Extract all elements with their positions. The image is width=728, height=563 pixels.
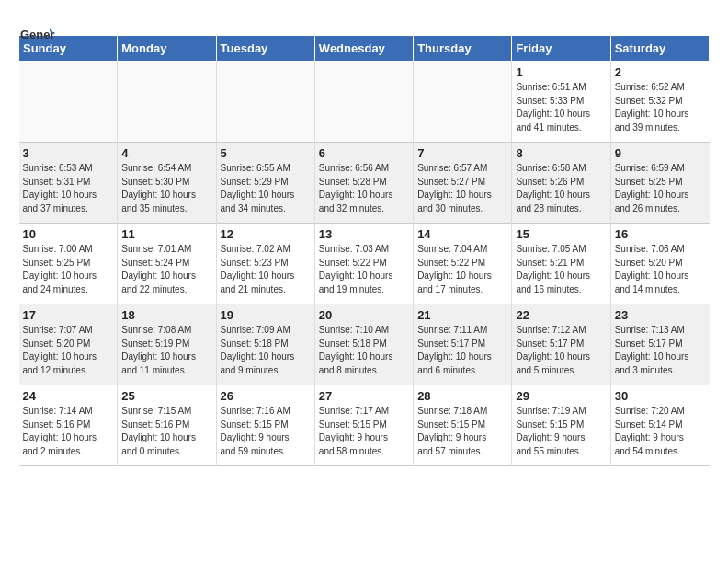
day-number: 8: [516, 146, 606, 160]
calendar-cell: 22Sunrise: 7:12 AM Sunset: 5:17 PM Dayli…: [512, 304, 610, 385]
calendar-cell: 25Sunrise: 7:15 AM Sunset: 5:16 PM Dayli…: [118, 385, 216, 466]
calendar-cell: [414, 62, 512, 143]
calendar-cell: 14Sunrise: 7:04 AM Sunset: 5:22 PM Dayli…: [414, 224, 512, 304]
day-info: Sunrise: 6:57 AM Sunset: 5:27 PM Dayligh…: [417, 162, 507, 215]
day-number: 7: [417, 146, 507, 160]
day-info: Sunrise: 7:18 AM Sunset: 5:15 PM Dayligh…: [417, 405, 507, 458]
day-number: 23: [615, 308, 706, 322]
calendar-cell: 8Sunrise: 6:58 AM Sunset: 5:26 PM Daylig…: [512, 143, 610, 224]
calendar-cell: 12Sunrise: 7:02 AM Sunset: 5:23 PM Dayli…: [216, 224, 314, 304]
day-info: Sunrise: 7:09 AM Sunset: 5:18 PM Dayligh…: [221, 324, 311, 377]
calendar-cell: 4Sunrise: 6:54 AM Sunset: 5:30 PM Daylig…: [118, 143, 216, 224]
calendar-cell: 11Sunrise: 7:01 AM Sunset: 5:24 PM Dayli…: [118, 224, 216, 304]
day-number: 22: [516, 308, 606, 322]
calendar-table: SundayMondayTuesdayWednesdayThursdayFrid…: [18, 35, 710, 466]
day-info: Sunrise: 6:52 AM Sunset: 5:32 PM Dayligh…: [615, 81, 706, 134]
day-number: 24: [23, 389, 114, 403]
day-info: Sunrise: 7:07 AM Sunset: 5:20 PM Dayligh…: [23, 324, 114, 377]
day-number: 11: [121, 227, 211, 241]
day-info: Sunrise: 7:03 AM Sunset: 5:22 PM Dayligh…: [319, 243, 409, 296]
col-header-thursday: Thursday: [414, 36, 512, 62]
calendar-cell: 24Sunrise: 7:14 AM Sunset: 5:16 PM Dayli…: [19, 385, 118, 466]
day-info: Sunrise: 6:55 AM Sunset: 5:29 PM Dayligh…: [221, 162, 311, 215]
day-number: 12: [221, 227, 311, 241]
day-number: 27: [319, 389, 409, 403]
calendar-cell: [216, 62, 314, 143]
calendar-cell: [118, 62, 216, 143]
day-info: Sunrise: 7:10 AM Sunset: 5:18 PM Dayligh…: [319, 324, 409, 377]
day-info: Sunrise: 7:04 AM Sunset: 5:22 PM Dayligh…: [417, 243, 507, 296]
day-info: Sunrise: 7:13 AM Sunset: 5:17 PM Dayligh…: [615, 324, 706, 377]
calendar-cell: 13Sunrise: 7:03 AM Sunset: 5:22 PM Dayli…: [314, 224, 413, 304]
day-number: 17: [23, 308, 114, 322]
day-number: 10: [23, 227, 114, 241]
day-number: 9: [615, 146, 706, 160]
day-info: Sunrise: 6:54 AM Sunset: 5:30 PM Dayligh…: [121, 162, 211, 215]
calendar-cell: 3Sunrise: 6:53 AM Sunset: 5:31 PM Daylig…: [19, 143, 118, 224]
day-info: Sunrise: 7:02 AM Sunset: 5:23 PM Dayligh…: [221, 243, 311, 296]
day-number: 3: [23, 146, 114, 160]
calendar-cell: 16Sunrise: 7:06 AM Sunset: 5:20 PM Dayli…: [610, 224, 709, 304]
day-info: Sunrise: 7:19 AM Sunset: 5:15 PM Dayligh…: [516, 405, 606, 458]
day-number: 4: [121, 146, 211, 160]
calendar-cell: 21Sunrise: 7:11 AM Sunset: 5:17 PM Dayli…: [414, 304, 512, 385]
calendar-cell: 26Sunrise: 7:16 AM Sunset: 5:15 PM Dayli…: [216, 385, 314, 466]
day-info: Sunrise: 7:14 AM Sunset: 5:16 PM Dayligh…: [23, 405, 114, 458]
calendar-cell: 20Sunrise: 7:10 AM Sunset: 5:18 PM Dayli…: [314, 304, 413, 385]
day-number: 28: [417, 389, 507, 403]
calendar-cell: 6Sunrise: 6:56 AM Sunset: 5:28 PM Daylig…: [314, 143, 413, 224]
calendar-cell: 29Sunrise: 7:19 AM Sunset: 5:15 PM Dayli…: [512, 385, 610, 466]
day-info: Sunrise: 7:01 AM Sunset: 5:24 PM Dayligh…: [121, 243, 211, 296]
calendar-cell: 2Sunrise: 6:52 AM Sunset: 5:32 PM Daylig…: [610, 62, 709, 143]
day-info: Sunrise: 6:51 AM Sunset: 5:33 PM Dayligh…: [516, 81, 606, 134]
day-number: 13: [319, 227, 409, 241]
calendar-cell: [19, 62, 118, 143]
calendar-cell: 1Sunrise: 6:51 AM Sunset: 5:33 PM Daylig…: [512, 62, 610, 143]
day-info: Sunrise: 6:53 AM Sunset: 5:31 PM Dayligh…: [23, 162, 114, 215]
day-info: Sunrise: 7:06 AM Sunset: 5:20 PM Dayligh…: [615, 243, 706, 296]
calendar-cell: [314, 62, 413, 143]
day-info: Sunrise: 6:56 AM Sunset: 5:28 PM Dayligh…: [319, 162, 409, 215]
calendar-cell: 30Sunrise: 7:20 AM Sunset: 5:14 PM Dayli…: [610, 385, 709, 466]
calendar-cell: 9Sunrise: 6:59 AM Sunset: 5:25 PM Daylig…: [610, 143, 709, 224]
day-number: 2: [615, 65, 706, 79]
col-header-friday: Friday: [512, 36, 610, 62]
day-info: Sunrise: 6:59 AM Sunset: 5:25 PM Dayligh…: [615, 162, 706, 215]
day-number: 29: [516, 389, 606, 403]
calendar-cell: 10Sunrise: 7:00 AM Sunset: 5:25 PM Dayli…: [19, 224, 118, 304]
day-info: Sunrise: 7:12 AM Sunset: 5:17 PM Dayligh…: [516, 324, 606, 377]
day-info: Sunrise: 7:17 AM Sunset: 5:15 PM Dayligh…: [319, 405, 409, 458]
col-header-wednesday: Wednesday: [314, 36, 413, 62]
day-info: Sunrise: 7:05 AM Sunset: 5:21 PM Dayligh…: [516, 243, 606, 296]
day-info: Sunrise: 7:20 AM Sunset: 5:14 PM Dayligh…: [615, 405, 706, 458]
day-number: 25: [121, 389, 211, 403]
day-info: Sunrise: 7:11 AM Sunset: 5:17 PM Dayligh…: [417, 324, 507, 377]
day-number: 5: [221, 146, 311, 160]
day-info: Sunrise: 7:16 AM Sunset: 5:15 PM Dayligh…: [221, 405, 311, 458]
day-number: 21: [417, 308, 507, 322]
calendar-cell: 7Sunrise: 6:57 AM Sunset: 5:27 PM Daylig…: [414, 143, 512, 224]
calendar-cell: 17Sunrise: 7:07 AM Sunset: 5:20 PM Dayli…: [19, 304, 118, 385]
col-header-monday: Monday: [118, 36, 216, 62]
day-number: 20: [319, 308, 409, 322]
day-info: Sunrise: 7:15 AM Sunset: 5:16 PM Dayligh…: [121, 405, 211, 458]
day-info: Sunrise: 7:08 AM Sunset: 5:19 PM Dayligh…: [121, 324, 211, 377]
day-number: 26: [221, 389, 311, 403]
day-number: 30: [615, 389, 706, 403]
day-number: 6: [319, 146, 409, 160]
calendar-cell: 28Sunrise: 7:18 AM Sunset: 5:15 PM Dayli…: [414, 385, 512, 466]
col-header-tuesday: Tuesday: [216, 36, 314, 62]
day-info: Sunrise: 7:00 AM Sunset: 5:25 PM Dayligh…: [23, 243, 114, 296]
day-number: 18: [121, 308, 211, 322]
day-number: 16: [615, 227, 706, 241]
day-number: 19: [221, 308, 311, 322]
day-number: 1: [516, 65, 606, 79]
calendar-cell: 18Sunrise: 7:08 AM Sunset: 5:19 PM Dayli…: [118, 304, 216, 385]
calendar-cell: 23Sunrise: 7:13 AM Sunset: 5:17 PM Dayli…: [610, 304, 709, 385]
day-number: 14: [417, 227, 507, 241]
day-number: 15: [516, 227, 606, 241]
calendar-cell: 15Sunrise: 7:05 AM Sunset: 5:21 PM Dayli…: [512, 224, 610, 304]
calendar-cell: 27Sunrise: 7:17 AM Sunset: 5:15 PM Dayli…: [314, 385, 413, 466]
calendar-cell: 5Sunrise: 6:55 AM Sunset: 5:29 PM Daylig…: [216, 143, 314, 224]
day-info: Sunrise: 6:58 AM Sunset: 5:26 PM Dayligh…: [516, 162, 606, 215]
